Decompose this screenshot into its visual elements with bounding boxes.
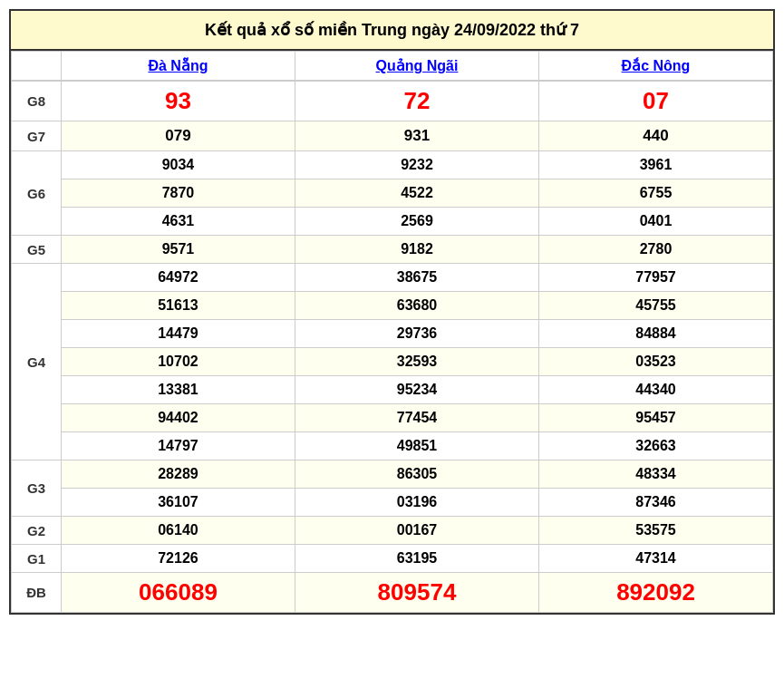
table-cell: 9232: [295, 151, 538, 179]
table-cell: 809574: [295, 573, 538, 613]
table-cell: 51613: [62, 292, 295, 320]
table-cell: 07: [539, 81, 773, 121]
g2-row: G2061400016753575: [12, 517, 773, 545]
table-cell: 06140: [62, 517, 295, 545]
table-cell: 64972: [62, 264, 295, 292]
g4-row: 107023259303523: [12, 348, 773, 376]
table-cell: 29736: [295, 320, 538, 348]
g1-row: G1721266319547314: [12, 545, 773, 573]
table-cell: 14797: [62, 432, 295, 460]
g3-row: G3282898630548334: [12, 460, 773, 489]
row-label-cell: G4: [12, 264, 62, 460]
table-cell: 32663: [539, 432, 773, 460]
g6-row: 787045226755: [12, 179, 773, 208]
table-cell: 87346: [539, 489, 773, 517]
row-label-cell: G6: [12, 151, 62, 236]
g8-row: G8937207: [12, 81, 773, 121]
row-label-cell: G5: [12, 236, 62, 264]
table-cell: 2780: [539, 236, 773, 264]
row-label-cell: ĐB: [12, 573, 62, 613]
table-cell: 4522: [295, 179, 538, 208]
table-cell: 93: [62, 81, 295, 121]
table-cell: 95457: [539, 404, 773, 432]
g3-row: 361070319687346: [12, 489, 773, 517]
table-cell: 9034: [62, 151, 295, 179]
header-label-col: [12, 52, 62, 82]
g4-row: 516136368045755: [12, 292, 773, 320]
g4-row: 144792973684884: [12, 320, 773, 348]
table-header: Đà Nẵng Quảng Ngãi Đắc Nông: [12, 52, 773, 82]
table-cell: 10702: [62, 348, 295, 376]
table-cell: 36107: [62, 489, 295, 517]
table-cell: 72: [295, 81, 538, 121]
header-col1: Đà Nẵng: [62, 52, 295, 82]
table-cell: 14479: [62, 320, 295, 348]
table-cell: 63680: [295, 292, 538, 320]
row-label-cell: G8: [12, 81, 62, 121]
table-cell: 95234: [295, 376, 538, 404]
table-cell: 9571: [62, 236, 295, 264]
table-cell: 49851: [295, 432, 538, 460]
table-cell: 38675: [295, 264, 538, 292]
table-cell: 440: [539, 121, 773, 151]
table-cell: 892092: [539, 573, 773, 613]
table-cell: 2569: [295, 208, 538, 236]
table-cell: 44340: [539, 376, 773, 404]
table-cell: 53575: [539, 517, 773, 545]
g4-row: 133819523444340: [12, 376, 773, 404]
db-row: ĐB066089809574892092: [12, 573, 773, 613]
table-cell: 079: [62, 121, 295, 151]
result-table: Đà Nẵng Quảng Ngãi Đắc Nông G8937207G707…: [11, 51, 773, 613]
table-cell: 7870: [62, 179, 295, 208]
table-cell: 13381: [62, 376, 295, 404]
main-container: Kết quả xổ số miền Trung ngày 24/09/2022…: [9, 9, 775, 615]
table-cell: 0401: [539, 208, 773, 236]
table-cell: 00167: [295, 517, 538, 545]
table-cell: 32593: [295, 348, 538, 376]
table-cell: 6755: [539, 179, 773, 208]
table-cell: 48334: [539, 460, 773, 489]
table-cell: 03196: [295, 489, 538, 517]
header-col2: Quảng Ngãi: [295, 52, 538, 82]
table-cell: 72126: [62, 545, 295, 573]
g6-row: 463125690401: [12, 208, 773, 236]
table-cell: 4631: [62, 208, 295, 236]
table-cell: 3961: [539, 151, 773, 179]
table-cell: 066089: [62, 573, 295, 613]
header-col3: Đắc Nông: [539, 52, 773, 82]
row-label-cell: G1: [12, 545, 62, 573]
table-cell: 47314: [539, 545, 773, 573]
page-title: Kết quả xổ số miền Trung ngày 24/09/2022…: [11, 11, 773, 51]
g5-row: G5957191822780: [12, 236, 773, 264]
g4-row: 147974985132663: [12, 432, 773, 460]
row-label-cell: G3: [12, 460, 62, 517]
table-cell: 77454: [295, 404, 538, 432]
table-cell: 77957: [539, 264, 773, 292]
table-cell: 9182: [295, 236, 538, 264]
table-cell: 931: [295, 121, 538, 151]
table-cell: 45755: [539, 292, 773, 320]
table-cell: 94402: [62, 404, 295, 432]
table-cell: 63195: [295, 545, 538, 573]
row-label-cell: G7: [12, 121, 62, 151]
g7-row: G7079931440: [12, 121, 773, 151]
table-cell: 03523: [539, 348, 773, 376]
table-cell: 86305: [295, 460, 538, 489]
table-cell: 28289: [62, 460, 295, 489]
g4-row: G4649723867577957: [12, 264, 773, 292]
table-cell: 84884: [539, 320, 773, 348]
g6-row: G6903492323961: [12, 151, 773, 179]
row-label-cell: G2: [12, 517, 62, 545]
g4-row: 944027745495457: [12, 404, 773, 432]
